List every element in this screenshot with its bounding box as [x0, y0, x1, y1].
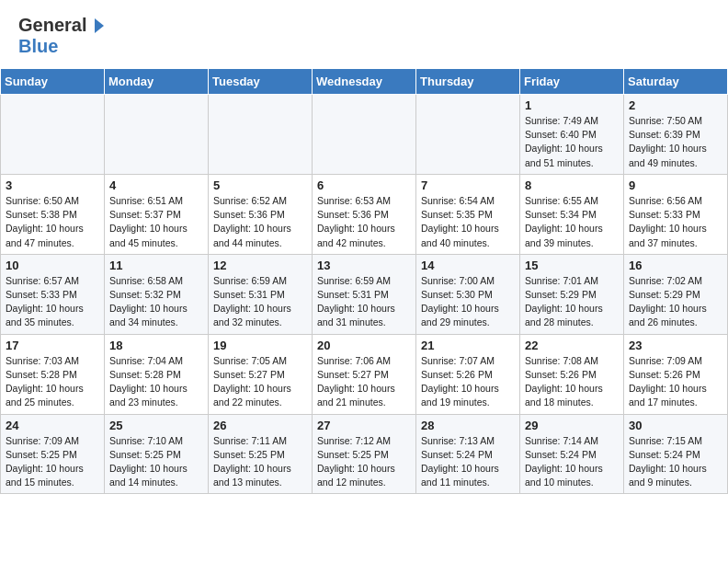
- day-info: Sunrise: 7:07 AM Sunset: 5:26 PM Dayligh…: [421, 354, 515, 410]
- day-info: Sunrise: 6:56 AM Sunset: 5:33 PM Dayligh…: [629, 194, 722, 250]
- day-info: Sunrise: 7:11 AM Sunset: 5:25 PM Dayligh…: [213, 434, 307, 490]
- day-info: Sunrise: 6:57 AM Sunset: 5:33 PM Dayligh…: [6, 274, 99, 330]
- calendar-cell: 22Sunrise: 7:08 AM Sunset: 5:26 PM Dayli…: [520, 334, 624, 414]
- calendar-cell: [313, 95, 416, 175]
- logo-general-text: General: [18, 15, 86, 36]
- day-header-saturday: Saturday: [624, 69, 728, 95]
- day-header-monday: Monday: [105, 69, 209, 95]
- calendar-week-5: 24Sunrise: 7:09 AM Sunset: 5:25 PM Dayli…: [1, 414, 728, 494]
- day-info: Sunrise: 7:03 AM Sunset: 5:28 PM Dayligh…: [6, 354, 99, 410]
- calendar-cell: 18Sunrise: 7:04 AM Sunset: 5:28 PM Dayli…: [105, 334, 209, 414]
- day-number: 5: [213, 178, 307, 192]
- calendar-cell: 17Sunrise: 7:03 AM Sunset: 5:28 PM Dayli…: [1, 334, 105, 414]
- day-number: 26: [213, 419, 307, 432]
- calendar-cell: 15Sunrise: 7:01 AM Sunset: 5:29 PM Dayli…: [520, 254, 624, 334]
- day-number: 15: [525, 259, 619, 272]
- header: General Blue: [0, 0, 728, 64]
- page: General Blue SundayMondayTuesdayWednesda…: [0, 0, 728, 494]
- calendar-cell: 6Sunrise: 6:53 AM Sunset: 5:36 PM Daylig…: [313, 174, 416, 254]
- day-info: Sunrise: 7:10 AM Sunset: 5:25 PM Dayligh…: [109, 434, 203, 490]
- day-number: 6: [317, 178, 411, 192]
- day-number: 25: [109, 419, 203, 432]
- calendar-cell: 3Sunrise: 6:50 AM Sunset: 5:38 PM Daylig…: [1, 174, 105, 254]
- day-info: Sunrise: 6:58 AM Sunset: 5:32 PM Dayligh…: [109, 274, 203, 330]
- day-number: 24: [6, 419, 99, 432]
- day-number: 18: [109, 339, 203, 352]
- calendar-cell: 25Sunrise: 7:10 AM Sunset: 5:25 PM Dayli…: [105, 414, 209, 494]
- day-info: Sunrise: 7:09 AM Sunset: 5:25 PM Dayligh…: [6, 434, 99, 490]
- logo: General Blue: [18, 15, 106, 57]
- day-info: Sunrise: 7:02 AM Sunset: 5:29 PM Dayligh…: [629, 274, 722, 330]
- calendar-week-1: 1Sunrise: 7:49 AM Sunset: 6:40 PM Daylig…: [1, 95, 728, 175]
- day-header-thursday: Thursday: [416, 69, 520, 95]
- calendar-week-3: 10Sunrise: 6:57 AM Sunset: 5:33 PM Dayli…: [1, 254, 728, 334]
- calendar-cell: 10Sunrise: 6:57 AM Sunset: 5:33 PM Dayli…: [1, 254, 105, 334]
- day-header-sunday: Sunday: [1, 69, 105, 95]
- day-number: 10: [6, 259, 99, 272]
- day-number: 1: [525, 98, 619, 112]
- calendar-cell: 11Sunrise: 6:58 AM Sunset: 5:32 PM Dayli…: [105, 254, 209, 334]
- calendar-cell: 24Sunrise: 7:09 AM Sunset: 5:25 PM Dayli…: [1, 414, 105, 494]
- day-info: Sunrise: 7:05 AM Sunset: 5:27 PM Dayligh…: [213, 354, 307, 410]
- day-info: Sunrise: 7:01 AM Sunset: 5:29 PM Dayligh…: [525, 274, 619, 330]
- calendar-cell: 26Sunrise: 7:11 AM Sunset: 5:25 PM Dayli…: [209, 414, 313, 494]
- calendar-week-2: 3Sunrise: 6:50 AM Sunset: 5:38 PM Daylig…: [1, 174, 728, 254]
- day-info: Sunrise: 6:52 AM Sunset: 5:36 PM Dayligh…: [213, 194, 307, 250]
- day-info: Sunrise: 6:54 AM Sunset: 5:35 PM Dayligh…: [421, 194, 515, 250]
- day-number: 12: [213, 259, 307, 272]
- calendar-cell: 12Sunrise: 6:59 AM Sunset: 5:31 PM Dayli…: [209, 254, 313, 334]
- day-info: Sunrise: 7:09 AM Sunset: 5:26 PM Dayligh…: [629, 354, 722, 410]
- day-number: 21: [421, 339, 515, 352]
- day-info: Sunrise: 7:00 AM Sunset: 5:30 PM Dayligh…: [421, 274, 515, 330]
- day-number: 4: [109, 178, 203, 192]
- day-info: Sunrise: 7:04 AM Sunset: 5:28 PM Dayligh…: [109, 354, 203, 410]
- calendar-cell: 28Sunrise: 7:13 AM Sunset: 5:24 PM Dayli…: [416, 414, 520, 494]
- svg-marker-0: [95, 18, 104, 33]
- calendar-cell: 5Sunrise: 6:52 AM Sunset: 5:36 PM Daylig…: [209, 174, 313, 254]
- day-info: Sunrise: 7:50 AM Sunset: 6:39 PM Dayligh…: [629, 114, 722, 170]
- calendar-header-row: SundayMondayTuesdayWednesdayThursdayFrid…: [1, 69, 728, 95]
- day-number: 28: [421, 419, 515, 432]
- day-number: 9: [629, 178, 722, 192]
- day-number: 30: [629, 419, 722, 432]
- calendar-cell: 27Sunrise: 7:12 AM Sunset: 5:25 PM Dayli…: [313, 414, 416, 494]
- day-number: 16: [629, 259, 722, 272]
- calendar-cell: [1, 95, 105, 175]
- calendar-cell: 14Sunrise: 7:00 AM Sunset: 5:30 PM Dayli…: [416, 254, 520, 334]
- day-info: Sunrise: 7:12 AM Sunset: 5:25 PM Dayligh…: [317, 434, 411, 490]
- calendar-cell: 16Sunrise: 7:02 AM Sunset: 5:29 PM Dayli…: [624, 254, 728, 334]
- calendar-cell: 30Sunrise: 7:15 AM Sunset: 5:24 PM Dayli…: [624, 414, 728, 494]
- day-header-wednesday: Wednesday: [313, 69, 416, 95]
- calendar-week-4: 17Sunrise: 7:03 AM Sunset: 5:28 PM Dayli…: [1, 334, 728, 414]
- day-number: 2: [629, 98, 722, 112]
- day-number: 19: [213, 339, 307, 352]
- calendar-cell: 19Sunrise: 7:05 AM Sunset: 5:27 PM Dayli…: [209, 334, 313, 414]
- day-number: 23: [629, 339, 722, 352]
- day-info: Sunrise: 6:51 AM Sunset: 5:37 PM Dayligh…: [109, 194, 203, 250]
- logo-arrow-icon: [87, 17, 106, 35]
- day-number: 29: [525, 419, 619, 432]
- day-info: Sunrise: 6:55 AM Sunset: 5:34 PM Dayligh…: [525, 194, 619, 250]
- day-info: Sunrise: 7:15 AM Sunset: 5:24 PM Dayligh…: [629, 434, 722, 490]
- day-number: 20: [317, 339, 411, 352]
- day-header-tuesday: Tuesday: [209, 69, 313, 95]
- day-info: Sunrise: 6:50 AM Sunset: 5:38 PM Dayligh…: [6, 194, 99, 250]
- day-info: Sunrise: 7:49 AM Sunset: 6:40 PM Dayligh…: [525, 114, 619, 170]
- calendar-cell: [209, 95, 313, 175]
- calendar-cell: 29Sunrise: 7:14 AM Sunset: 5:24 PM Dayli…: [520, 414, 624, 494]
- day-info: Sunrise: 6:53 AM Sunset: 5:36 PM Dayligh…: [317, 194, 411, 250]
- day-header-friday: Friday: [520, 69, 624, 95]
- calendar-cell: 23Sunrise: 7:09 AM Sunset: 5:26 PM Dayli…: [624, 334, 728, 414]
- calendar-cell: [416, 95, 520, 175]
- day-number: 27: [317, 419, 411, 432]
- calendar-cell: 13Sunrise: 6:59 AM Sunset: 5:31 PM Dayli…: [313, 254, 416, 334]
- logo-blue-text: Blue: [18, 36, 58, 56]
- day-info: Sunrise: 7:06 AM Sunset: 5:27 PM Dayligh…: [317, 354, 411, 410]
- day-number: 3: [6, 178, 99, 192]
- day-number: 22: [525, 339, 619, 352]
- day-number: 7: [421, 178, 515, 192]
- day-info: Sunrise: 6:59 AM Sunset: 5:31 PM Dayligh…: [317, 274, 411, 330]
- calendar-cell: [105, 95, 209, 175]
- day-number: 13: [317, 259, 411, 272]
- day-number: 17: [6, 339, 99, 352]
